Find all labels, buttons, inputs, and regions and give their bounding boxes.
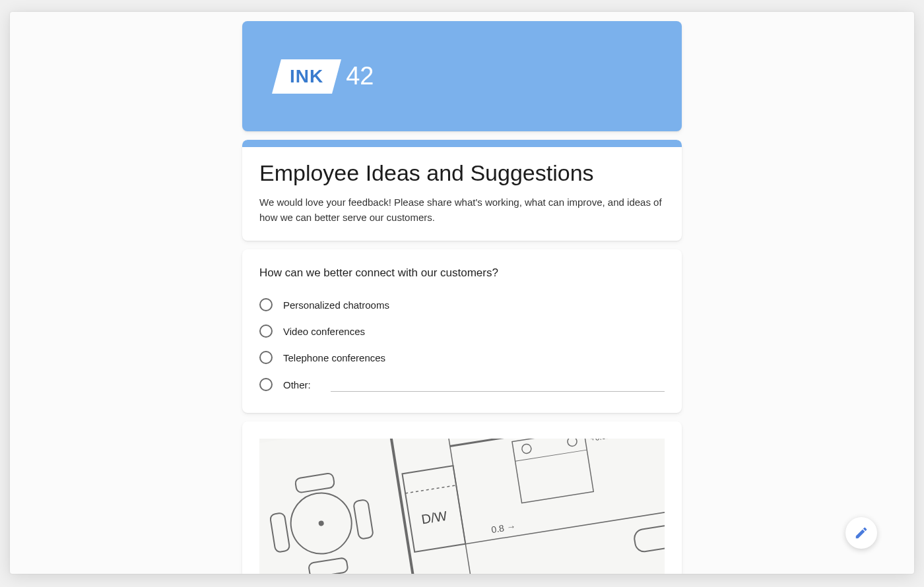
option-other-label: Other: (283, 379, 311, 390)
logo-badge: INK (272, 59, 341, 94)
logo: INK 42 (277, 59, 374, 94)
radio-icon (259, 298, 273, 311)
question-prompt: How can we better connect with our custo… (259, 266, 665, 280)
form-title: Employee Ideas and Suggestions (259, 160, 665, 186)
logo-text: INK (290, 66, 323, 87)
radio-icon (259, 351, 273, 364)
option-label: Personalized chatrooms (283, 299, 389, 311)
radio-option-other[interactable]: Other: (259, 377, 665, 392)
pencil-icon (854, 526, 869, 540)
logo-number: 42 (346, 62, 374, 90)
accent-bar (242, 140, 682, 147)
edit-button[interactable] (845, 517, 877, 549)
radio-option[interactable]: Telephone conferences (259, 351, 665, 364)
form-page: INK 42 Employee Ideas and Suggestions We… (10, 12, 914, 574)
radio-option[interactable]: Video conferences (259, 324, 665, 338)
radio-icon (259, 324, 273, 338)
form-column: INK 42 Employee Ideas and Suggestions We… (242, 12, 682, 574)
option-label: Telephone conferences (283, 352, 385, 363)
radio-icon (259, 378, 273, 391)
other-input[interactable] (331, 377, 665, 392)
banner-card: INK 42 (242, 21, 682, 131)
floorplan-image: D/W 0.8 → +0.82 (259, 439, 665, 574)
radio-option[interactable]: Personalized chatrooms (259, 298, 665, 311)
title-card: Employee Ideas and Suggestions We would … (242, 140, 682, 241)
option-label: Video conferences (283, 326, 365, 337)
form-description: We would love your feedback! Please shar… (259, 195, 665, 225)
image-card: D/W 0.8 → +0.82 (242, 421, 682, 574)
question-card: How can we better connect with our custo… (242, 249, 682, 413)
